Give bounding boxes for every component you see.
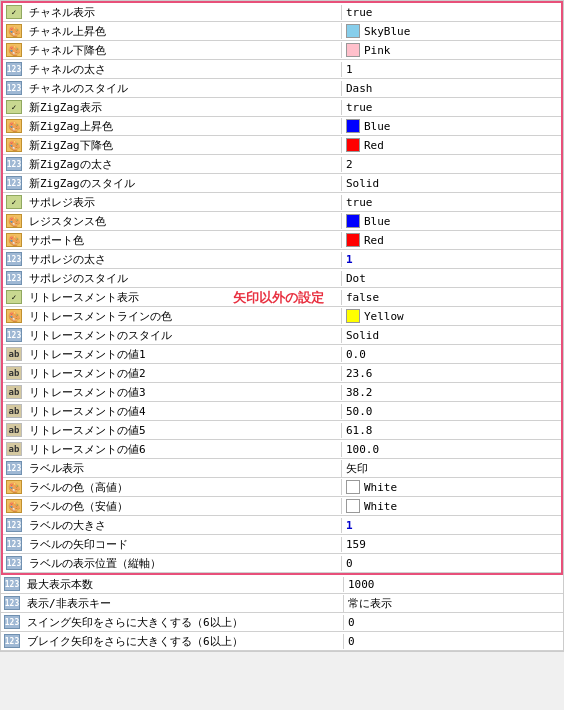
value-text: 159	[346, 538, 366, 551]
table-row: ✓サポレジ表示true	[3, 193, 561, 212]
icon-cell: 🎨	[3, 42, 25, 58]
icon-cell: 123	[3, 517, 25, 533]
icon-bool: ✓	[6, 5, 22, 19]
icon-color: 🎨	[6, 233, 22, 247]
value-text: 23.6	[346, 367, 373, 380]
value-text: White	[364, 500, 397, 513]
table-row: abリトレースメントの値223.6	[3, 364, 561, 383]
value-cell: Dash	[341, 81, 561, 96]
value-cell: Dot	[341, 271, 561, 286]
color-swatch	[346, 309, 360, 323]
icon-123: 123	[4, 615, 20, 629]
table-row: 123ラベルの表示位置（縦軸）0	[3, 554, 561, 573]
table-row: 123サポレジの太さ1	[3, 250, 561, 269]
label-cell: チャネル下降色	[25, 42, 341, 59]
icon-123: 123	[4, 596, 20, 610]
icon-cell: 🎨	[3, 479, 25, 495]
table-row: 123ラベルの矢印コード159	[3, 535, 561, 554]
value-cell: 0	[341, 556, 561, 571]
label-cell: 新ZigZag表示	[25, 99, 341, 116]
icon-123: 123	[6, 537, 22, 551]
value-text: 1000	[348, 578, 375, 591]
table-row: 123ラベル表示矢印	[3, 459, 561, 478]
table-row: 123チャネルのスタイルDash	[3, 79, 561, 98]
value-cell: false矢印以外の設定	[341, 290, 561, 305]
icon-color: 🎨	[6, 43, 22, 57]
value-cell: 1	[341, 252, 561, 267]
table-row: 123表示/非表示キー常に表示	[1, 594, 563, 613]
label-cell: 表示/非表示キー	[23, 595, 343, 612]
icon-cell: 123	[3, 536, 25, 552]
label-cell: ラベルの表示位置（縦軸）	[25, 555, 341, 572]
label-cell: チャネルのスタイル	[25, 80, 341, 97]
value-text: White	[364, 481, 397, 494]
value-text: true	[346, 101, 373, 114]
icon-cell: 123	[1, 633, 23, 649]
icon-123: 123	[6, 461, 22, 475]
value-text: true	[346, 6, 373, 19]
table-row: abリトレースメントの値561.8	[3, 421, 561, 440]
icon-color: 🎨	[6, 24, 22, 38]
value-cell: Red	[341, 232, 561, 248]
icon-cell: 🎨	[3, 308, 25, 324]
value-cell: 2	[341, 157, 561, 172]
icon-ab: ab	[6, 404, 22, 418]
value-text: 常に表示	[348, 596, 392, 611]
label-cell: 新ZigZag下降色	[25, 137, 341, 154]
table-row: 123ブレイク矢印をさらに大きくする（6以上）0	[1, 632, 563, 651]
icon-cell: 123	[1, 595, 23, 611]
table-row: 🎨サポート色Red	[3, 231, 561, 250]
icon-cell: ✓	[3, 99, 25, 115]
icon-cell: 123	[3, 251, 25, 267]
value-cell: true	[341, 5, 561, 20]
value-text: Blue	[364, 215, 391, 228]
icon-color: 🎨	[6, 309, 22, 323]
label-cell: ラベルの色（高値）	[25, 479, 341, 496]
value-cell: 0	[343, 634, 563, 649]
value-text: 100.0	[346, 443, 379, 456]
icon-cell: ab	[3, 365, 25, 381]
icon-cell: 123	[3, 327, 25, 343]
value-text: Dash	[346, 82, 373, 95]
icon-cell: 123	[3, 61, 25, 77]
label-cell: サポレジの太さ	[25, 251, 341, 268]
table-row: 123最大表示本数1000	[1, 575, 563, 594]
table-row: 123ラベルの大きさ1	[3, 516, 561, 535]
table-row: 🎨チャネル下降色Pink	[3, 41, 561, 60]
value-cell: 38.2	[341, 385, 561, 400]
value-cell: White	[341, 479, 561, 495]
outside-rows-container: 123最大表示本数1000123表示/非表示キー常に表示123スイング矢印をさら…	[1, 575, 563, 651]
icon-cell: 123	[3, 460, 25, 476]
label-cell: リトレースメントの値6	[25, 441, 341, 458]
label-cell: サポート色	[25, 232, 341, 249]
value-cell: true	[341, 195, 561, 210]
value-cell: 常に表示	[343, 595, 563, 612]
table-row: 🎨新ZigZag上昇色Blue	[3, 117, 561, 136]
icon-123: 123	[6, 252, 22, 266]
value-text: Red	[364, 139, 384, 152]
icon-cell: 🎨	[3, 232, 25, 248]
icon-cell: ab	[3, 422, 25, 438]
icon-ab: ab	[6, 347, 22, 361]
icon-ab: ab	[6, 366, 22, 380]
icon-cell: 🎨	[3, 213, 25, 229]
value-cell: Yellow	[341, 308, 561, 324]
label-cell: チャネル上昇色	[25, 23, 341, 40]
value-text: 38.2	[346, 386, 373, 399]
icon-cell: ✓	[3, 194, 25, 210]
value-text: 50.0	[346, 405, 373, 418]
icon-123: 123	[4, 634, 20, 648]
icon-cell: 123	[3, 555, 25, 571]
label-cell: チャネル表示	[25, 4, 341, 21]
value-text: SkyBlue	[364, 25, 410, 38]
icon-cell: ab	[3, 403, 25, 419]
value-text: 矢印	[346, 461, 368, 476]
label-cell: 新ZigZagの太さ	[25, 156, 341, 173]
label-cell: リトレースメントの値5	[25, 422, 341, 439]
icon-cell: 123	[1, 614, 23, 630]
pink-border-section: ✓チャネル表示true🎨チャネル上昇色SkyBlue🎨チャネル下降色Pink12…	[1, 1, 563, 575]
icon-bool: ✓	[6, 100, 22, 114]
value-text: 0.0	[346, 348, 366, 361]
label-cell: リトレースメントの値1	[25, 346, 341, 363]
label-cell: リトレースメントのスタイル	[25, 327, 341, 344]
